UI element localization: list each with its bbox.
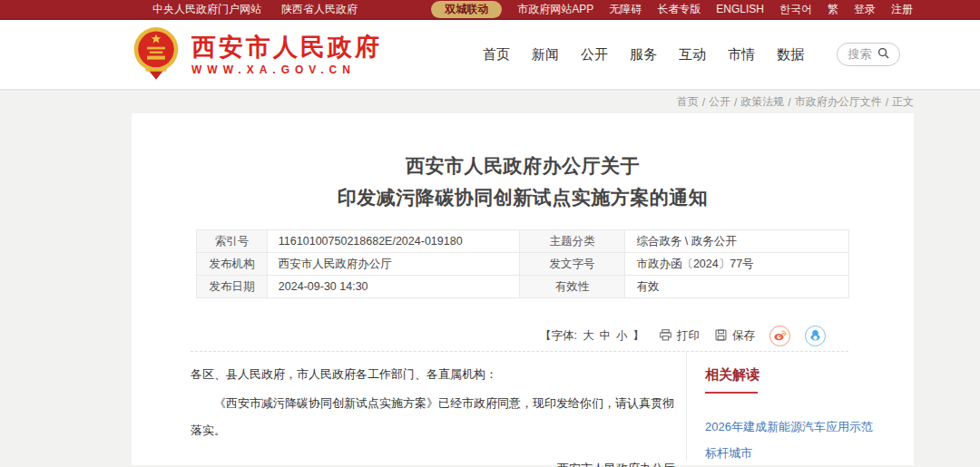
font-size-label: 【字体: — [540, 328, 577, 344]
meta-value-index-no: 11610100750218682E/2024-019180 — [267, 230, 519, 253]
nav-disclosure[interactable]: 公开 — [581, 46, 608, 63]
font-size-label-close: 】 — [633, 328, 645, 344]
nav-home[interactable]: 首页 — [483, 46, 510, 63]
link-accessibility[interactable]: 无障碍 — [609, 2, 642, 17]
breadcrumb-separator: / — [788, 96, 790, 109]
table-row: 发布日期 2024-09-30 14:30 有效性 有效 — [197, 276, 849, 298]
national-emblem-icon — [132, 25, 181, 83]
breadcrumb-separator: / — [702, 96, 705, 109]
related-reading-title: 相关解读 — [705, 366, 897, 384]
breadcrumb-current: 正文 — [892, 94, 914, 110]
font-size-tools: 【字体: 大 中 小 】 — [540, 328, 644, 344]
document-meta-table: 索引号 11610100750218682E/2024-019180 主题分类 … — [196, 229, 849, 298]
meta-label-issuer: 发布机构 — [197, 253, 268, 276]
document-title-line1: 西安市人民政府办公厅关于 — [132, 150, 914, 181]
related-reading-link[interactable]: 2026年建成新能源汽车应用示范标杆城市 — [705, 413, 873, 466]
related-reading-underline — [705, 392, 758, 394]
document-title-line2: 印发减污降碳协同创新试点实施方案的通知 — [132, 181, 914, 213]
link-register[interactable]: 注册 — [891, 2, 913, 17]
logo-text: 西安市人民政府 WWW.XA.GOV.CN — [191, 34, 382, 76]
breadcrumb-separator: / — [886, 96, 888, 109]
meta-label-validity: 有效性 — [519, 276, 625, 298]
nav-services[interactable]: 服务 — [630, 46, 657, 63]
meta-value-publish-date: 2024-09-30 14:30 — [267, 276, 519, 298]
meta-label-topic: 主题分类 — [519, 230, 625, 253]
link-shaanxi-gov[interactable]: 陕西省人民政府 — [281, 2, 358, 17]
weibo-share-button[interactable] — [769, 326, 790, 346]
link-login[interactable]: 登录 — [854, 2, 876, 17]
font-size-small-button[interactable]: 小 — [616, 328, 628, 344]
font-size-medium-button[interactable]: 中 — [600, 328, 612, 344]
site-url: WWW.XA.GOV.CN — [191, 63, 382, 76]
nav-interaction[interactable]: 互动 — [679, 46, 706, 63]
meta-value-issuer: 西安市人民政府办公厅 — [267, 253, 519, 276]
site-header: 西安市人民政府 WWW.XA.GOV.CN 首页 新闻 公开 服务 互动 市情 … — [0, 20, 980, 91]
font-size-large-button[interactable]: 大 — [583, 328, 594, 344]
save-icon — [714, 328, 728, 345]
article-body: 各区、县人民政府，市人民政府各工作部门、各直属机构： 《西安市减污降碳协同创新试… — [132, 352, 687, 461]
link-traditional-chinese[interactable]: 繁 — [828, 2, 838, 17]
table-row: 索引号 11610100750218682E/2024-019180 主题分类 … — [197, 230, 849, 253]
breadcrumb: 首页 / 公开 / 政策法规 / 市政府办公厅文件 / 正文 — [0, 91, 980, 113]
breadcrumb-policies[interactable]: 政策法规 — [740, 94, 784, 110]
search-label: 搜索 — [848, 46, 872, 63]
breadcrumb-separator: / — [734, 96, 737, 109]
article-toolbar: 【字体: 大 中 小 】 打印 — [132, 326, 826, 346]
breadcrumb-office-documents[interactable]: 市政府办公厅文件 — [795, 94, 882, 110]
related-reading-sidebar: 相关解读 2026年建成新能源汽车应用示范标杆城市 — [687, 352, 914, 461]
article-card: 西安市人民政府办公厅关于 印发减污降碳协同创新试点实施方案的通知 索引号 116… — [132, 113, 914, 465]
breadcrumb-disclosure[interactable]: 公开 — [709, 94, 730, 110]
printer-icon — [659, 328, 672, 345]
site-logo[interactable]: 西安市人民政府 WWW.XA.GOV.CN — [132, 25, 382, 83]
topbar-left-links: 中央人民政府门户网站 陕西省人民政府 — [152, 2, 358, 17]
weibo-icon — [772, 327, 788, 345]
search-icon — [877, 47, 889, 62]
body-paragraph-salutation: 各区、县人民政府，市人民政府各工作部门、各直属机构： — [191, 361, 675, 388]
nav-data[interactable]: 数据 — [777, 46, 804, 63]
article-content-row: 各区、县人民政府，市人民政府各工作部门、各直属机构： 《西安市减污降碳协同创新试… — [132, 352, 914, 461]
site-name: 西安市人民政府 — [191, 34, 382, 61]
nav-news[interactable]: 新闻 — [532, 46, 559, 63]
qq-share-button[interactable] — [805, 326, 826, 346]
top-utility-bar: 中央人民政府门户网站 陕西省人民政府 双城联动 市政府网站APP 无障碍 长者专… — [0, 0, 980, 20]
save-label: 保存 — [732, 328, 755, 344]
meta-value-validity: 有效 — [625, 276, 849, 298]
document-title: 西安市人民政府办公厅关于 印发减污降碳协同创新试点实施方案的通知 — [132, 150, 914, 213]
print-button[interactable]: 打印 — [659, 328, 700, 345]
meta-label-publish-date: 发布日期 — [197, 276, 268, 298]
meta-value-doc-number: 市政办函〔2024〕77号 — [625, 253, 849, 276]
nav-city-profile[interactable]: 市情 — [728, 46, 755, 63]
signature-organization: 西安市人民政府办公厅 — [191, 455, 675, 467]
link-central-gov[interactable]: 中央人民政府门户网站 — [152, 2, 261, 17]
save-button[interactable]: 保存 — [714, 328, 755, 345]
meta-value-topic: 综合政务 \ 政务公开 — [625, 230, 849, 253]
dual-city-pill-button[interactable]: 双城联动 — [431, 1, 502, 18]
meta-label-doc-number: 发文字号 — [519, 253, 625, 276]
table-row: 发布机构 西安市人民政府办公厅 发文字号 市政办函〔2024〕77号 — [197, 253, 849, 276]
main-nav: 首页 新闻 公开 服务 互动 市情 数据 — [483, 46, 804, 63]
link-gov-app[interactable]: 市政府网站APP — [517, 2, 593, 17]
link-english[interactable]: ENGLISH — [716, 3, 764, 15]
link-senior-version[interactable]: 长者专版 — [657, 2, 701, 17]
search-button[interactable]: 搜索 — [837, 43, 900, 66]
print-label: 打印 — [677, 328, 700, 344]
body-paragraph-main: 《西安市减污降碳协同创新试点实施方案》已经市政府同意，现印发给你们，请认真贯彻落… — [191, 390, 675, 444]
breadcrumb-home[interactable]: 首页 — [677, 94, 699, 110]
qq-penguin-icon — [808, 328, 822, 345]
link-korean[interactable]: 한국어 — [779, 2, 812, 17]
meta-label-index-no: 索引号 — [197, 230, 268, 253]
topbar-right-links: 双城联动 市政府网站APP 无障碍 长者专版 ENGLISH 한국어 繁 登录 … — [431, 1, 913, 18]
